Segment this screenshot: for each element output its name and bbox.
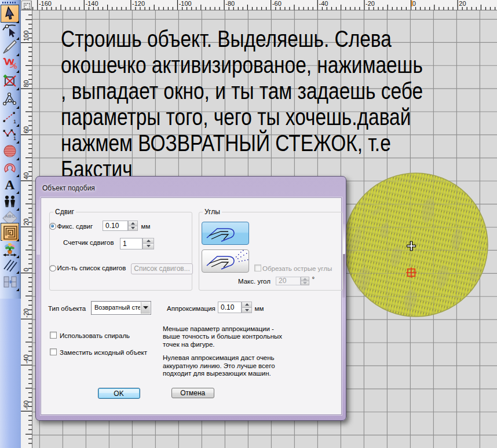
svg-text:-60: -60 — [272, 0, 282, 7]
svg-text:-60: -60 — [23, 401, 30, 410]
svg-text:-40: -40 — [23, 354, 30, 363]
svg-text:20: 20 — [23, 218, 30, 225]
svg-text:-20: -20 — [366, 0, 375, 7]
svg-text:-20: -20 — [23, 309, 30, 318]
svg-text:-80: -80 — [225, 0, 235, 7]
svg-text:-40: -40 — [319, 0, 328, 7]
svg-text:-100: -100 — [179, 0, 192, 7]
svg-text:-160: -160 — [39, 0, 52, 7]
svg-text:100: 100 — [23, 31, 30, 41]
svg-text:40: 40 — [23, 172, 30, 179]
svg-text:0: 0 — [23, 268, 30, 271]
svg-text:0: 0 — [412, 0, 416, 7]
svg-text:ABC: ABC — [5, 214, 15, 219]
svg-text:20: 20 — [459, 0, 466, 7]
svg-text:60: 60 — [23, 126, 30, 133]
svg-text:A: A — [5, 177, 15, 192]
svg-text:-120: -120 — [132, 0, 145, 7]
svg-text:80: 80 — [23, 80, 30, 87]
svg-text:-140: -140 — [86, 0, 98, 7]
